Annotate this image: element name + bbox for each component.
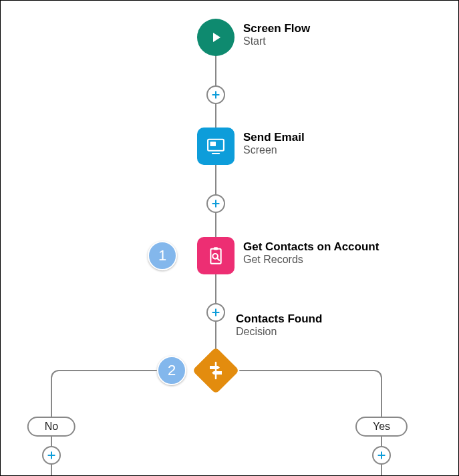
signpost-icon: [206, 361, 226, 381]
plus-icon: [210, 198, 221, 209]
svg-rect-1: [210, 142, 216, 146]
start-title: Screen Flow: [243, 22, 310, 35]
branch-connector: [239, 370, 373, 371]
branch-connector: [60, 370, 157, 371]
plus-icon: [210, 89, 221, 100]
screen-label: Send Email Screen: [243, 131, 305, 156]
outcome-label: No: [45, 421, 58, 432]
svg-rect-3: [214, 247, 218, 250]
step-badge-1: 1: [148, 241, 177, 270]
screen-subtitle: Screen: [243, 144, 305, 156]
step-badge-2: 2: [157, 356, 186, 385]
get-records-node[interactable]: [197, 237, 235, 274]
start-node[interactable]: [197, 19, 235, 56]
screen-node[interactable]: [197, 128, 235, 165]
start-subtitle: Start: [243, 35, 310, 47]
get-records-subtitle: Get Records: [243, 254, 379, 266]
outcome-no[interactable]: No: [27, 417, 75, 437]
decision-node[interactable]: [192, 347, 240, 395]
branch-corner: [51, 370, 61, 381]
badge-number: 2: [168, 362, 176, 379]
plus-icon: [376, 450, 387, 461]
add-node-button[interactable]: [372, 446, 391, 465]
get-records-title: Get Contacts on Account: [243, 240, 379, 254]
screen-title: Send Email: [243, 131, 305, 144]
decision-subtitle: Decision: [236, 326, 322, 338]
add-node-button[interactable]: [206, 194, 225, 213]
svg-line-5: [217, 258, 219, 260]
screen-icon: [204, 135, 227, 158]
decision-title: Contacts Found: [236, 312, 322, 326]
outcome-label: Yes: [373, 421, 390, 432]
add-node-button[interactable]: [206, 303, 225, 322]
badge-number: 1: [158, 247, 166, 264]
add-node-button[interactable]: [206, 85, 225, 104]
add-node-button[interactable]: [42, 446, 61, 465]
clipboard-search-icon: [204, 244, 227, 267]
get-records-label: Get Contacts on Account Get Records: [243, 240, 379, 266]
play-icon: [208, 29, 224, 45]
start-label: Screen Flow Start: [243, 22, 310, 47]
outcome-yes[interactable]: Yes: [355, 417, 408, 437]
flow-canvas: Screen Flow Start Send Email Screen 1 Ge…: [0, 0, 459, 476]
decision-label: Contacts Found Decision: [236, 312, 322, 338]
plus-icon: [210, 307, 221, 318]
plus-icon: [46, 450, 57, 461]
